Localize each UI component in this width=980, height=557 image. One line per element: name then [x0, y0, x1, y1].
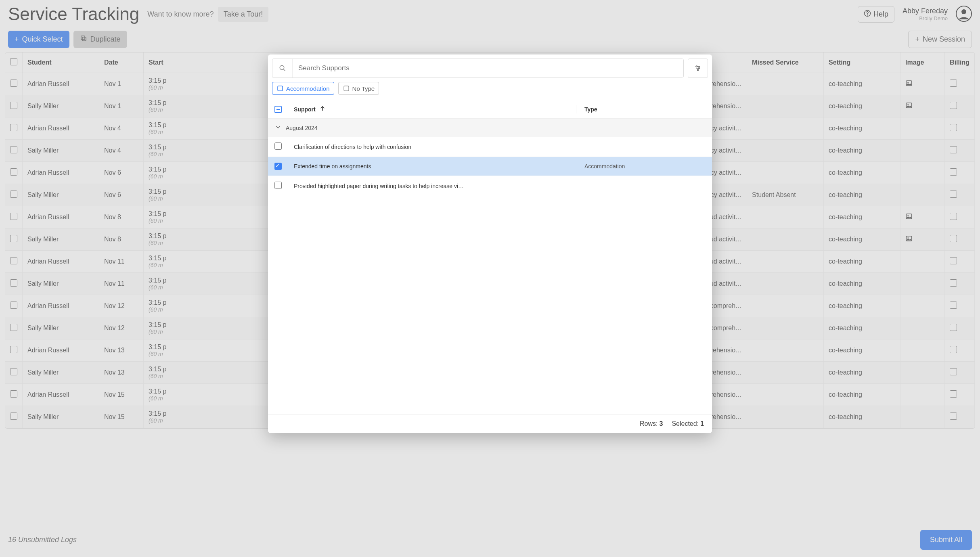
support-item-row[interactable]: Provided highlighted paper during writin… [268, 176, 712, 196]
rows-label: Rows: [640, 420, 658, 427]
svg-rect-19 [344, 86, 349, 91]
support-item-row[interactable]: Extended time on assignments Accommodati… [268, 157, 712, 176]
search-icon [272, 59, 293, 77]
rows-count: 3 [659, 420, 663, 427]
chip-accommodation-label: Accommodation [286, 85, 330, 92]
support-name: Clarification of directions to help with… [294, 144, 576, 150]
group-label: August 2024 [286, 125, 318, 131]
selected-label: Selected: [672, 420, 699, 427]
support-type: Accommodation [576, 163, 706, 170]
modal-footer: Rows: 3 Selected: 1 [268, 414, 712, 433]
support-checkbox[interactable] [274, 142, 282, 150]
support-name: Extended time on assignments [294, 163, 576, 170]
support-checkbox[interactable] [274, 163, 282, 170]
support-checkbox[interactable] [274, 182, 282, 189]
filter-settings-button[interactable] [688, 59, 708, 78]
svg-point-16 [699, 68, 700, 69]
svg-point-14 [280, 65, 284, 70]
support-item-row[interactable]: Clarification of directions to help with… [268, 137, 712, 157]
svg-rect-18 [278, 86, 283, 91]
chip-notype[interactable]: No Type [338, 82, 379, 95]
search-input[interactable] [293, 59, 683, 77]
support-name: Provided highlighted paper during writin… [294, 183, 576, 189]
select-all-supports-checkbox[interactable] [274, 106, 282, 113]
svg-point-15 [696, 66, 697, 67]
selected-count: 1 [700, 420, 704, 427]
group-row[interactable]: August 2024 [268, 119, 712, 137]
supports-modal: Accommodation No Type Support Type Augus… [268, 54, 712, 433]
modal-overlay[interactable]: Accommodation No Type Support Type Augus… [0, 0, 980, 557]
svg-point-17 [697, 69, 699, 71]
modal-col-support[interactable]: Support [294, 106, 316, 113]
chip-notype-label: No Type [352, 85, 375, 92]
sort-asc-icon [319, 105, 326, 113]
chip-accommodation[interactable]: Accommodation [272, 82, 334, 95]
modal-col-type[interactable]: Type [576, 106, 706, 113]
chevron-down-icon [274, 124, 282, 132]
